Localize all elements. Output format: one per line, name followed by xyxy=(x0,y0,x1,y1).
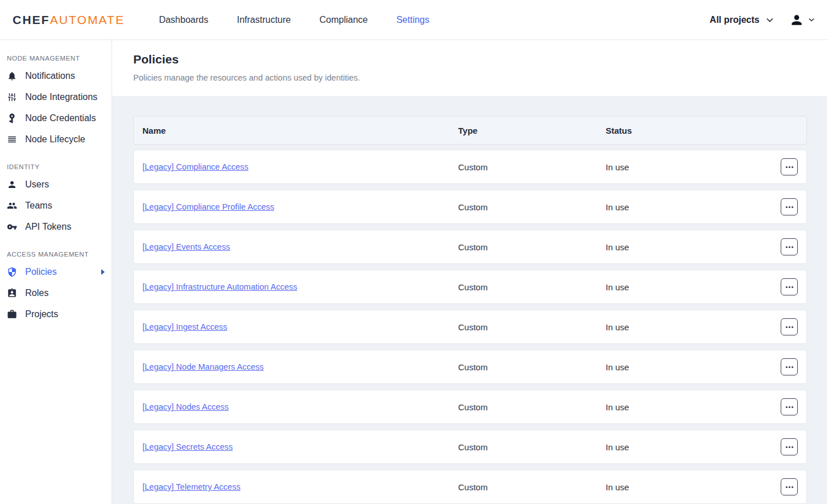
ellipsis-icon xyxy=(786,206,788,208)
sidebar-item-notifications[interactable]: Notifications xyxy=(0,65,112,86)
sidebar-item-policies[interactable]: Policies xyxy=(0,261,112,282)
sidebar-item-node-credentials[interactable]: Node Credentials xyxy=(0,107,112,129)
row-menu-button[interactable] xyxy=(781,438,798,455)
ellipsis-icon xyxy=(786,446,788,448)
policy-link[interactable]: [Legacy] Telemetry Access xyxy=(142,482,240,491)
sliders-icon xyxy=(7,92,17,102)
row-menu-button[interactable] xyxy=(781,158,798,175)
policy-link[interactable]: [Legacy] Ingest Access xyxy=(142,322,227,331)
sidebar-item-node-integrations[interactable]: Node Integrations xyxy=(0,86,112,107)
column-header-type: Type xyxy=(458,126,606,135)
table-row: [Legacy] Events Access Custom In use xyxy=(133,230,807,264)
policy-link[interactable]: [Legacy] Compliance Access xyxy=(142,162,248,171)
row-menu-button[interactable] xyxy=(781,238,798,255)
ellipsis-icon xyxy=(786,286,788,288)
nav-settings[interactable]: Settings xyxy=(396,15,430,25)
sidebar-item-label: Node Credentials xyxy=(25,113,96,123)
key-icon xyxy=(7,222,17,232)
policy-link[interactable]: [Legacy] Infrastructure Automation Acces… xyxy=(142,282,297,291)
sidebar-item-label: Teams xyxy=(25,201,52,211)
page-title: Policies xyxy=(133,53,807,66)
sidebar-item-label: Node Lifecycle xyxy=(25,134,85,145)
policy-type: Custom xyxy=(458,482,606,492)
table-row: [Legacy] Telemetry Access Custom In use xyxy=(133,470,807,504)
person-icon xyxy=(7,179,17,190)
policy-type: Custom xyxy=(458,202,606,212)
list-icon xyxy=(7,134,17,145)
chevron-down-icon xyxy=(809,18,814,22)
ellipsis-icon xyxy=(786,246,788,248)
ellipsis-icon xyxy=(786,166,788,168)
policy-link[interactable]: [Legacy] Compliance Profile Access xyxy=(142,202,275,211)
table-row: [Legacy] Compliance Profile Access Custo… xyxy=(133,190,807,224)
row-menu-button[interactable] xyxy=(781,198,798,215)
table-row: [Legacy] Infrastructure Automation Acces… xyxy=(133,270,807,304)
column-header-name: Name xyxy=(134,126,458,135)
sidebar-item-label: API Tokens xyxy=(25,222,71,232)
chef-automate-logo[interactable]: CHEFAUTOMATE xyxy=(13,13,125,27)
sidebar-item-users[interactable]: Users xyxy=(0,174,112,195)
sidebar-item-node-lifecycle[interactable]: Node Lifecycle xyxy=(0,129,112,150)
logo-chef-text: CHEF xyxy=(13,13,50,27)
policy-link[interactable]: [Legacy] Nodes Access xyxy=(142,402,229,411)
sidebar-item-teams[interactable]: Teams xyxy=(0,195,112,216)
row-menu-button[interactable] xyxy=(781,398,798,415)
policy-link[interactable]: [Legacy] Secrets Access xyxy=(142,442,233,451)
projects-filter-dropdown[interactable]: All projects xyxy=(710,15,773,25)
policy-status: In use xyxy=(606,402,772,412)
policy-status: In use xyxy=(606,202,772,212)
page-header: Policies Policies manage the resources a… xyxy=(112,40,827,96)
row-menu-button[interactable] xyxy=(781,278,798,295)
table-row: [Legacy] Node Managers Access Custom In … xyxy=(133,350,807,384)
row-menu-button[interactable] xyxy=(781,318,798,335)
policy-type: Custom xyxy=(458,162,606,172)
policy-status: In use xyxy=(606,482,772,492)
policy-status: In use xyxy=(606,442,772,452)
policy-status: In use xyxy=(606,242,772,252)
row-menu-button[interactable] xyxy=(781,478,798,495)
nav-infrastructure[interactable]: Infrastructure xyxy=(237,15,291,25)
sidebar-item-roles[interactable]: Roles xyxy=(0,282,112,303)
policy-status: In use xyxy=(606,322,772,332)
sidebar-item-label: Notifications xyxy=(25,71,75,81)
topnav-right-controls: All projects xyxy=(710,13,814,27)
table-row: [Legacy] Nodes Access Custom In use xyxy=(133,390,807,424)
user-menu[interactable] xyxy=(789,13,814,27)
user-avatar-icon xyxy=(789,13,804,27)
policy-type: Custom xyxy=(458,242,606,252)
table-header-row: Name Type Status xyxy=(133,116,807,145)
section-title-node-management: NODE MANAGEMENT xyxy=(0,49,112,65)
policy-link[interactable]: [Legacy] Events Access xyxy=(142,242,230,251)
nav-dashboards[interactable]: Dashboards xyxy=(159,15,208,25)
sidebar-item-label: Node Integrations xyxy=(25,92,97,102)
sidebar-item-api-tokens[interactable]: API Tokens xyxy=(0,216,112,237)
shield-icon xyxy=(7,267,17,277)
table-row: [Legacy] Secrets Access Custom In use xyxy=(133,430,807,464)
key-vertical-icon xyxy=(7,113,17,123)
settings-sidebar: NODE MANAGEMENT Notifications Node Integ… xyxy=(0,40,112,504)
row-menu-button[interactable] xyxy=(781,358,798,375)
column-header-status: Status xyxy=(606,126,772,135)
logo-automate-text: AUTOMATE xyxy=(50,13,125,27)
top-navigation-bar: CHEFAUTOMATE Dashboards Infrastructure C… xyxy=(0,0,827,40)
people-icon xyxy=(7,201,17,211)
policy-type: Custom xyxy=(458,402,606,412)
badge-icon xyxy=(7,288,17,298)
ellipsis-icon xyxy=(786,486,788,488)
sidebar-item-label: Users xyxy=(25,179,49,190)
chevron-down-icon xyxy=(766,18,773,22)
main-nav-links: Dashboards Infrastructure Compliance Set… xyxy=(159,15,430,25)
ellipsis-icon xyxy=(786,366,788,368)
table-row: [Legacy] Ingest Access Custom In use xyxy=(133,310,807,344)
bell-icon xyxy=(7,71,17,81)
ellipsis-icon xyxy=(786,326,788,328)
triangle-right-icon[interactable] xyxy=(101,269,105,275)
policy-type: Custom xyxy=(458,442,606,452)
projects-filter-label: All projects xyxy=(710,15,760,25)
sidebar-item-projects[interactable]: Projects xyxy=(0,303,112,325)
sidebar-item-label: Projects xyxy=(25,309,58,319)
policy-type: Custom xyxy=(458,362,606,372)
nav-compliance[interactable]: Compliance xyxy=(319,15,367,25)
policy-link[interactable]: [Legacy] Node Managers Access xyxy=(142,362,264,371)
policy-status: In use xyxy=(606,162,772,172)
